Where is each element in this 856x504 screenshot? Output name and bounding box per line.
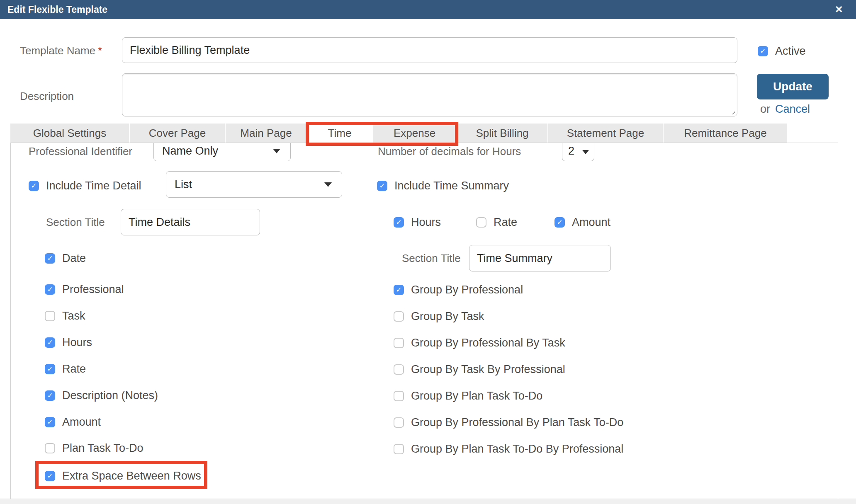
edit-flexible-template-modal: Edit Flexible Template × Template Name *… (0, 0, 856, 504)
tab-expense[interactable]: Expense (373, 124, 456, 143)
description-textarea[interactable] (122, 73, 737, 116)
tab-split-billing[interactable]: Split Billing (457, 124, 547, 143)
or-text: or (760, 103, 770, 116)
extra-space-checkbox[interactable]: ✓ (45, 471, 55, 481)
group-by-task-checkbox[interactable] (394, 311, 404, 322)
task-row: Task (45, 309, 85, 323)
caret-down-icon (324, 182, 332, 187)
tab-time[interactable]: Time (307, 124, 372, 143)
cancel-link[interactable]: Cancel (775, 103, 810, 116)
horizontal-scrollbar[interactable] (0, 499, 856, 504)
group-by-professional-checkbox[interactable]: ✓ (394, 285, 404, 295)
summary-amount-row: ✓ Amount (554, 215, 610, 229)
hours-row: ✓ Hours (45, 335, 92, 349)
include-time-summary-label[interactable]: Include Time Summary (394, 179, 509, 192)
plan-task-todo-row: Plan Task To-Do (45, 441, 143, 455)
group-by-professional-by-plan-task-todo-checkbox[interactable] (394, 417, 404, 428)
summary-rate-checkbox[interactable] (476, 217, 486, 228)
professional-row: ✓ Professional (45, 282, 124, 296)
group-by-plan-task-todo-by-professional-row: Group By Plan Task To-Do By Professional (394, 442, 623, 456)
include-time-detail-checkbox[interactable]: ✓ (29, 181, 39, 191)
include-time-detail-row: ✓ Include Time Detail (29, 179, 141, 193)
tab-global-settings[interactable]: Global Settings (10, 124, 129, 143)
summary-hours-row: ✓ Hours (394, 215, 441, 229)
date-checkbox[interactable]: ✓ (45, 253, 55, 264)
summary-rate-row: Rate (476, 215, 517, 229)
task-checkbox[interactable] (45, 311, 55, 321)
time-summary-section-title-input[interactable] (469, 245, 611, 271)
include-time-summary-row: ✓ Include Time Summary (377, 179, 509, 193)
group-by-plan-task-todo-checkbox[interactable] (394, 391, 404, 401)
required-asterisk: * (98, 44, 102, 57)
professional-identifier-label: Professional Identifier (29, 144, 132, 158)
description-notes-row: ✓ Description (Notes) (45, 388, 158, 402)
amount-row: ✓ Amount (45, 415, 101, 429)
time-detail-section-title-input[interactable] (121, 209, 260, 235)
rate-checkbox[interactable]: ✓ (45, 364, 55, 374)
group-by-task-by-professional-row: Group By Task By Professional (394, 362, 565, 376)
include-time-detail-label[interactable]: Include Time Detail (46, 179, 141, 192)
time-detail-format-dropdown[interactable]: List (166, 171, 342, 198)
time-summary-section-title-label: Section Title (402, 251, 461, 265)
active-checkbox[interactable]: ✓ (758, 46, 768, 56)
group-by-plan-task-todo-by-professional-checkbox[interactable] (394, 444, 404, 454)
tab-remittance-page[interactable]: Remittance Page (664, 124, 787, 143)
tab-cover-page[interactable]: Cover Page (130, 124, 225, 143)
hours-checkbox[interactable]: ✓ (45, 337, 55, 348)
tab-bar: Global Settings Cover Page Main Page Tim… (10, 124, 787, 143)
caret-down-icon (582, 150, 589, 154)
tab-main-page[interactable]: Main Page (226, 124, 306, 143)
group-by-task-by-professional-checkbox[interactable] (394, 364, 404, 375)
professional-identifier-dropdown[interactable]: Name Only (153, 143, 291, 161)
amount-checkbox[interactable]: ✓ (45, 417, 55, 427)
date-row: ✓ Date (45, 251, 86, 265)
active-label[interactable]: Active (775, 45, 806, 58)
decimals-for-hours-dropdown[interactable]: 2 (562, 143, 594, 161)
caret-down-icon (273, 149, 280, 153)
group-by-plan-task-todo-row: Group By Plan Task To-Do (394, 389, 542, 403)
or-cancel-row: or Cancel (760, 102, 810, 116)
modal-title: Edit Flexible Template (7, 0, 107, 19)
summary-amount-checkbox[interactable]: ✓ (554, 217, 565, 228)
rate-row: ✓ Rate (45, 362, 86, 376)
tab-content-panel: Professional Identifier Name Only Number… (10, 143, 838, 499)
group-by-professional-by-task-checkbox[interactable] (394, 338, 404, 348)
description-label: Description (20, 89, 74, 103)
plan-task-todo-checkbox[interactable] (45, 443, 55, 453)
description-notes-checkbox[interactable]: ✓ (45, 390, 55, 401)
include-time-summary-checkbox[interactable]: ✓ (377, 181, 387, 191)
active-checkbox-row: ✓ Active (758, 44, 806, 58)
professional-checkbox[interactable]: ✓ (45, 284, 55, 295)
template-name-input[interactable] (122, 37, 737, 63)
close-icon[interactable]: × (835, 0, 843, 19)
group-by-professional-row: ✓ Group By Professional (394, 283, 523, 297)
extra-space-row: ✓ Extra Space Between Rows (45, 469, 201, 483)
group-by-task-row: Group By Task (394, 309, 484, 323)
template-name-label: Template Name * (20, 44, 102, 58)
tab-statement-page[interactable]: Statement Page (548, 124, 663, 143)
time-detail-section-title-label: Section Title (46, 215, 105, 229)
group-by-professional-by-task-row: Group By Professional By Task (394, 336, 565, 350)
modal-header: Edit Flexible Template × (0, 0, 856, 19)
group-by-professional-by-plan-task-todo-row: Group By Professional By Plan Task To-Do (394, 415, 623, 429)
decimals-for-hours-label: Number of decimals for Hours (378, 144, 521, 158)
summary-hours-checkbox[interactable]: ✓ (394, 217, 404, 228)
update-button[interactable]: Update (757, 74, 829, 99)
